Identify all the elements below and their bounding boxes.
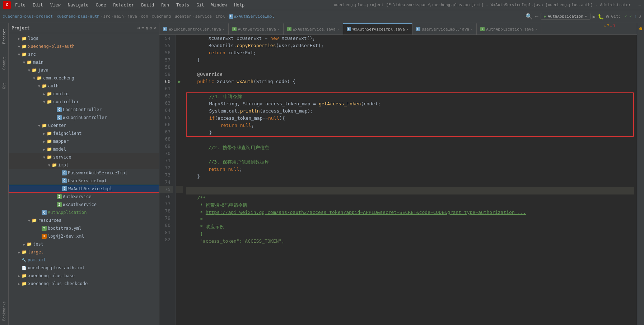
line-num-58: 58 (159, 64, 173, 71)
menu-view[interactable]: View (49, 2, 62, 8)
code-line-65: if(access_token_map==null){ (187, 115, 633, 122)
tree-arrow: ▶ (42, 139, 47, 143)
menu-refactor[interactable]: Refactor (112, 2, 135, 8)
tab-wx-auth-svc[interactable]: I WxAuthService.java ✕ (284, 23, 343, 35)
nav-back-button[interactable]: ← (535, 13, 538, 20)
tree-item-config[interactable]: ▶ 📁 config (9, 90, 159, 98)
tree-item-wx-auth-impl[interactable]: C WxAuthServiceImpl (9, 185, 159, 193)
line-num-60: 60 (159, 78, 173, 85)
tab-close-wx-login[interactable]: ✕ (223, 27, 225, 31)
code-line-55: BeanUtils.copyProperties(user,xcUserExt)… (186, 42, 634, 49)
tree-item-service[interactable]: ▼ 📁 service (9, 153, 159, 161)
project-tree[interactable]: ▶ 📁 logs ▼ 📁 xuecheng-plus-auth ▼ 📁 src … (9, 33, 159, 325)
tree-item-impl[interactable]: ▼ 📁 impl (9, 161, 159, 169)
tree-item-mapper[interactable]: ▶ 📁 mapper (9, 137, 159, 145)
menu-code[interactable]: Code (94, 2, 108, 8)
tree-item-ucenter[interactable]: ▼ 📁 ucenter (9, 122, 159, 129)
tree-item-java[interactable]: ▼ 📁 java (9, 66, 159, 74)
tree-item-log4j2[interactable]: X log4j2-dev.xml (9, 232, 159, 240)
tree-item-resources[interactable]: ▼ 📁 resources (9, 216, 159, 224)
menu-build[interactable]: Build (140, 2, 155, 8)
tree-arrow: ▼ (27, 68, 32, 72)
gutter-82 (176, 236, 183, 243)
tab-close-auth-app[interactable]: ✕ (535, 27, 537, 31)
tree-item-main[interactable]: ▼ 📁 main (9, 58, 159, 66)
tab-wx-auth-impl[interactable]: C WxAuthServiceImpl.java ✕ (343, 23, 412, 35)
code-content[interactable]: XcUserExt xcUserExt = new XcUserExt(); B… (183, 35, 637, 325)
tree-item-test[interactable]: ▶ 📁 test (9, 240, 159, 248)
minimize-button[interactable]: — (639, 3, 641, 8)
tree-item-model[interactable]: ▶ 📁 model (9, 145, 159, 153)
menu-edit[interactable]: Edit (31, 2, 45, 8)
tree-label-model: model (53, 147, 66, 152)
tree-item-iml[interactable]: 📄 xuecheng-plus-auth.iml (9, 264, 159, 272)
project-tab[interactable]: Project (0, 26, 9, 47)
menu-file[interactable]: File (14, 2, 27, 8)
tree-item-auth-app[interactable]: C AuthApplication (9, 209, 159, 216)
tree-item-wx-login-ctrl[interactable]: C WxLoginController (9, 114, 159, 122)
menu-git[interactable]: Git (195, 2, 206, 8)
menu-window[interactable]: Window (210, 2, 228, 8)
gutter-81 (176, 229, 183, 236)
tab-close-auth-svc[interactable]: ✕ (277, 27, 280, 31)
tab-user-svc-impl[interactable]: C UserServiceImpl.java ✕ (412, 23, 477, 35)
tree-item-target[interactable]: ▶ 📁 target (9, 248, 159, 256)
tab-label-wx-login: WxLoginController.java (169, 27, 221, 32)
window-title: xuecheng-plus-project [E:\idea-workspace… (326, 3, 638, 7)
tab-label-wx-auth-svc: WxAuthService.java (293, 27, 336, 32)
tree-item-bootstrap[interactable]: Y bootstrap.yml (9, 224, 159, 232)
settings-button[interactable]: ⚙ (606, 14, 609, 19)
tab-auth-app[interactable]: J AuthApplication.java ✕ (477, 23, 541, 35)
tree-item-pom[interactable]: 🔧 pom.xml (9, 256, 159, 264)
tree-item-checkcode[interactable]: ▶ 📁 xuecheng-plus-checkcode (9, 280, 159, 288)
tree-item-login-ctrl[interactable]: C LoginController (9, 106, 159, 114)
tree-item-src[interactable]: ▼ 📁 src (9, 50, 159, 58)
folder-icon-model: 📁 (47, 147, 52, 152)
tree-item-wx-auth-svc[interactable]: I WxAuthService (9, 201, 159, 209)
sidebar-close-button[interactable]: ✕ (154, 26, 156, 31)
tab-wx-login-ctrl[interactable]: C WxLoginController.java ✕ (159, 23, 229, 35)
tab-close-wx-auth-impl[interactable]: ✕ (406, 27, 409, 31)
tree-item-com-xuecheng[interactable]: ▼ 📁 com.xuecheng (9, 74, 159, 82)
sidebar-sort-button[interactable]: ⇅ (145, 26, 148, 31)
tree-arrow: ▶ (17, 282, 22, 286)
git-check1: ✓ (625, 14, 627, 19)
tree-item-base[interactable]: ▶ 📁 xuecheng-plus-base (9, 272, 159, 280)
gutter-60[interactable]: ▶ (176, 78, 183, 85)
tab-close-wx-auth-svc[interactable]: ✕ (337, 27, 339, 31)
menu-run[interactable]: Run (160, 2, 171, 8)
line-num-67: 67 (159, 128, 173, 136)
menu-tools[interactable]: Tools (175, 2, 191, 8)
git-tab[interactable]: Git (0, 80, 9, 92)
search-everywhere-button[interactable]: 🔍 (526, 13, 533, 20)
tab-auth-svc[interactable]: I AuthService.java ✕ (229, 23, 284, 35)
sidebar-settings-button[interactable]: ⚙ (150, 26, 152, 31)
menu-navigate[interactable]: Navigate (66, 2, 90, 8)
breadcrumb-project[interactable]: xuecheng-plus-project (3, 14, 53, 19)
tree-item-password-auth[interactable]: C PasswordAuthServiceImpl (9, 169, 159, 177)
bookmarks-tab[interactable]: Bookmarks (0, 298, 9, 324)
commit-tab[interactable]: Commit (0, 54, 9, 73)
tree-item-controller[interactable]: ▼ 📁 controller (9, 98, 159, 106)
tree-item-auth[interactable]: ▼ 📁 auth (9, 82, 159, 90)
debug-button[interactable]: 🐛 (598, 14, 604, 19)
sidebar-expand-button[interactable]: ≡ (141, 26, 144, 31)
tree-item-auth-root[interactable]: ▼ 📁 xuecheng-plus-auth (9, 42, 159, 50)
tree-label-config: config (53, 91, 69, 96)
menu-help[interactable]: Help (233, 2, 246, 8)
folder-icon-checkcode: 📁 (22, 281, 27, 286)
sidebar-locate-button[interactable]: ⊕ (137, 26, 140, 31)
tree-item-feignclient[interactable]: ▶ 📁 feignclient (9, 129, 159, 137)
code-editor[interactable]: 54 55 56 57 58 59 60 61 62 63 64 65 66 6… (159, 35, 637, 325)
run-button[interactable]: ▶ (593, 14, 596, 19)
tree-label-logs: logs (28, 36, 38, 41)
gutter-76 (176, 193, 183, 200)
breadcrumb-auth[interactable]: xuecheng-plus-auth (57, 14, 99, 19)
tree-item-auth-svc[interactable]: I AuthService (9, 193, 159, 201)
pom-icon: 🔧 (22, 258, 27, 262)
tree-item-logs[interactable]: ▶ 📁 logs (9, 35, 159, 42)
tab-close-user-svc[interactable]: ✕ (471, 27, 473, 31)
tree-item-user-svc[interactable]: C UserServiceImpl (9, 177, 159, 185)
folder-icon-com: 📁 (37, 75, 42, 81)
run-config-selector[interactable]: ▶ AuthApplication ▾ (541, 13, 591, 20)
